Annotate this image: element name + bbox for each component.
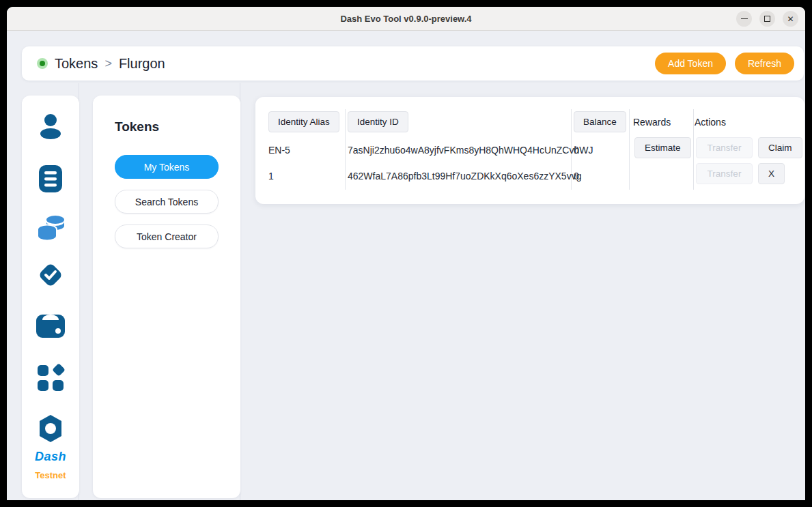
column-divider [693,109,694,190]
nav-search-tokens-button[interactable]: Search Tokens [115,190,219,214]
balance-column-header[interactable]: Balance [574,111,626,132]
breadcrumb-bar: Tokens > Flurgon Add Token Refresh [22,46,804,81]
app-window: Dash Evo Tool v0.9.0-preview.4 ✕ Tokens … [7,7,805,500]
transfer-button[interactable]: Transfer [696,137,753,158]
identity-alias-cell: 1 [268,171,274,182]
close-button[interactable]: ✕ [783,11,798,27]
title-bar: Dash Evo Tool v0.9.0-preview.4 ✕ [7,7,805,31]
token-balances-card: Identity Alias Identity ID Balance Rewar… [255,97,804,204]
column-divider [345,109,346,190]
document-icon[interactable] [34,162,67,195]
identity-id-column-header[interactable]: Identity ID [348,111,408,132]
apps-grid-icon[interactable] [34,362,67,394]
coins-icon[interactable] [34,210,67,243]
dash-logo[interactable]: Dash [35,450,66,464]
nav-token-creator-button[interactable]: Token Creator [115,224,219,248]
wallet-icon[interactable] [34,310,67,343]
identity-id-cell: 7asNji2zhu6o4wA8yjfvFKms8yH8QhWHQ4HcUnZC… [348,145,593,156]
refresh-button[interactable]: Refresh [735,53,794,74]
nav-icon-sidebar: Dash Testnet [22,96,79,498]
add-token-button[interactable]: Add Token [655,53,726,74]
network-label: Testnet [35,470,66,480]
minimize-button[interactable] [736,11,752,27]
estimate-rewards-button[interactable]: Estimate [634,137,691,158]
claim-button[interactable]: Claim [758,137,802,158]
identity-id-cell: 462WfaL7A86pfb3Lt99Hf7uoZDKkXq6oXes6zzYX… [348,171,581,182]
maximize-button[interactable] [759,11,775,27]
column-divider [629,109,630,190]
connection-status-icon [37,58,48,69]
balance-cell: 0 [574,171,579,182]
user-icon[interactable] [34,110,67,143]
balance-cell: 0 [574,145,579,156]
actions-column-header: Actions [695,117,726,128]
remove-button[interactable]: X [758,163,785,184]
window-controls: ✕ [736,7,798,31]
breadcrumb-root[interactable]: Tokens [55,56,98,72]
check-badge-icon[interactable] [34,259,67,291]
breadcrumb-separator: > [104,57,112,71]
nav-my-tokens-button[interactable]: My Tokens [115,155,219,179]
window-title: Dash Evo Tool v0.9.0-preview.4 [340,14,471,24]
tokens-nav-panel: Tokens My Tokens Search Tokens Token Cre… [93,96,240,498]
hex-nut-icon[interactable] [34,412,67,445]
breadcrumb-current: Flurgon [119,56,165,72]
identity-alias-column-header[interactable]: Identity Alias [268,111,339,132]
panel-title: Tokens [115,119,219,134]
rewards-column-header: Rewards [633,117,671,128]
identity-alias-cell: EN-5 [268,145,290,156]
transfer-button[interactable]: Transfer [696,163,753,184]
